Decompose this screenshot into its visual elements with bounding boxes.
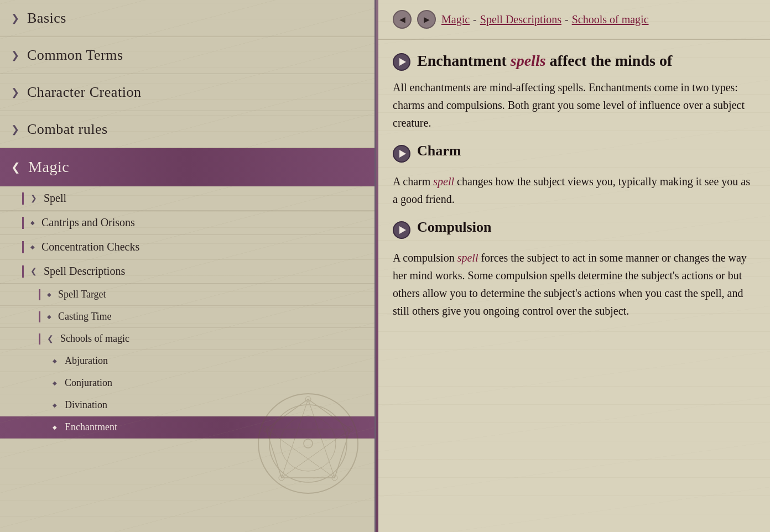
content-panel: ◀ ▶ Magic - Spell Descriptions - Schools… [376, 0, 770, 532]
svg-line-5 [282, 399, 308, 478]
play-triangle-icon [399, 226, 406, 234]
bar-decoration [22, 265, 24, 278]
breadcrumb-spell-desc-link[interactable]: Spell Descriptions [480, 13, 561, 26]
character-creation-label: Character Creation [27, 84, 141, 101]
play-triangle-icon [399, 150, 406, 158]
sidebar-item-schools-of-magic[interactable]: ❮ Schools of magic [0, 328, 374, 350]
spell-descriptions-label: Spell Descriptions [44, 265, 125, 278]
play-triangle-icon [399, 58, 406, 66]
schools-arrow-icon: ❮ [47, 334, 54, 343]
spell-desc-arrow-icon: ❮ [30, 267, 37, 276]
sidebar: ❯ Basics ❯ Common Terms ❯ Character Crea… [0, 0, 376, 532]
casting-time-label: Casting Time [58, 311, 112, 322]
enchantment-section-icon [393, 53, 410, 71]
conjuration-label: Conjuration [65, 377, 112, 389]
charm-title: Charm [417, 143, 461, 159]
svg-line-8 [266, 429, 335, 478]
breadcrumb-magic-link[interactable]: Magic [441, 13, 470, 26]
compulsion-title: Compulsion [417, 219, 491, 236]
basics-label: Basics [27, 10, 66, 27]
magic-circle-decoration [253, 388, 363, 499]
bar-decoration [39, 289, 40, 300]
spell-target-diamond-icon: ◆ [47, 291, 51, 298]
enchantment-title-word: Enchantment [417, 52, 507, 69]
compulsion-section: Compulsion A compulsion spell forces the… [393, 219, 753, 320]
back-icon: ◀ [399, 15, 405, 24]
charm-highlight: spell [433, 175, 454, 187]
sidebar-item-cantrips[interactable]: ◆ Cantrips and Orisons [0, 211, 374, 235]
sidebar-item-magic[interactable]: ❮ Magic [0, 148, 374, 186]
enchantment-title-rest: affect the minds of [550, 52, 673, 69]
sidebar-item-spell-descriptions[interactable]: ❮ Spell Descriptions [0, 259, 374, 284]
sidebar-item-spell[interactable]: ❯ Spell [0, 186, 374, 211]
spell-arrow-icon: ❯ [30, 194, 37, 203]
charm-section-icon [393, 145, 410, 163]
back-button[interactable]: ◀ [393, 10, 412, 29]
compulsion-highlight: spell [457, 252, 478, 264]
compulsion-section-header: Compulsion [393, 219, 753, 241]
enchantment-section-title: Enchantment spells affect the minds of [417, 51, 672, 71]
svg-line-4 [308, 399, 335, 478]
common-terms-label: Common Terms [27, 47, 123, 64]
sidebar-item-spell-target[interactable]: ◆ Spell Target [0, 284, 374, 306]
sidebar-item-character-creation[interactable]: ❯ Character Creation [0, 74, 374, 111]
breadcrumb-sep2: - [565, 13, 569, 26]
svg-marker-3 [266, 399, 350, 478]
enchantment-diamond-icon: ◆ [53, 424, 57, 430]
svg-line-6 [282, 429, 350, 478]
concentration-label: Concentration Checks [41, 241, 139, 253]
conjuration-diamond-icon: ◆ [53, 380, 57, 386]
common-terms-arrow-icon: ❯ [11, 49, 19, 61]
compulsion-text: A compulsion spell forces the subject to… [393, 249, 753, 320]
breadcrumb-sep1: - [473, 13, 477, 26]
breadcrumb-schools-link[interactable]: Schools of magic [572, 13, 649, 26]
bar-decoration [22, 241, 24, 253]
basics-arrow-icon: ❯ [11, 12, 19, 24]
sidebar-item-combat-rules[interactable]: ❯ Combat rules [0, 111, 374, 148]
combat-rules-arrow-icon: ❯ [11, 123, 19, 135]
panel-divider [376, 0, 378, 532]
charm-section: Charm A charm spell changes how the subj… [393, 143, 753, 208]
divination-label: Divination [65, 399, 107, 411]
concentration-diamond-icon: ◆ [30, 244, 35, 250]
divination-diamond-icon: ◆ [53, 402, 57, 408]
cantrips-label: Cantrips and Orisons [41, 216, 135, 229]
enchantment-intro-text: All enchantments are mind-affecting spel… [393, 79, 753, 132]
spell-label: Spell [44, 192, 66, 205]
bar-decoration [39, 311, 40, 322]
sidebar-item-common-terms[interactable]: ❯ Common Terms [0, 37, 374, 74]
combat-rules-label: Combat rules [27, 121, 108, 138]
content-body: Enchantment spells affect the minds of A… [376, 40, 770, 342]
bar-decoration [22, 192, 24, 205]
charm-text: A charm spell changes how the subject vi… [393, 173, 753, 208]
abjuration-label: Abjuration [65, 355, 108, 367]
breadcrumb-links: Magic - Spell Descriptions - Schools of … [441, 13, 649, 26]
enchantment-section-header: Enchantment spells affect the minds of [393, 51, 753, 71]
casting-time-diamond-icon: ◆ [47, 314, 51, 320]
cantrips-diamond-icon: ◆ [30, 220, 35, 226]
sidebar-item-abjuration[interactable]: ◆ Abjuration [0, 350, 374, 372]
breadcrumb: ◀ ▶ Magic - Spell Descriptions - Schools… [376, 0, 770, 40]
magic-arrow-icon: ❮ [11, 160, 20, 174]
abjuration-diamond-icon: ◆ [53, 358, 57, 364]
charm-section-header: Charm [393, 143, 753, 165]
sidebar-item-casting-time[interactable]: ◆ Casting Time [0, 306, 374, 328]
magic-label: Magic [28, 158, 69, 176]
spell-target-label: Spell Target [58, 289, 106, 300]
forward-icon: ▶ [424, 15, 430, 24]
character-creation-arrow-icon: ❯ [11, 86, 19, 98]
sidebar-item-concentration[interactable]: ◆ Concentration Checks [0, 235, 374, 259]
sidebar-item-basics[interactable]: ❯ Basics [0, 0, 374, 37]
forward-button[interactable]: ▶ [417, 10, 436, 29]
enchantment-label: Enchantment [65, 421, 117, 433]
compulsion-section-icon [393, 221, 410, 239]
svg-point-14 [304, 439, 313, 448]
enchantment-highlight-word: spells [511, 52, 546, 69]
bar-decoration [39, 333, 40, 345]
svg-point-2 [280, 416, 336, 471]
bar-decoration [22, 217, 24, 229]
svg-point-1 [269, 405, 347, 482]
schools-label: Schools of magic [60, 333, 129, 345]
svg-point-0 [258, 394, 358, 493]
